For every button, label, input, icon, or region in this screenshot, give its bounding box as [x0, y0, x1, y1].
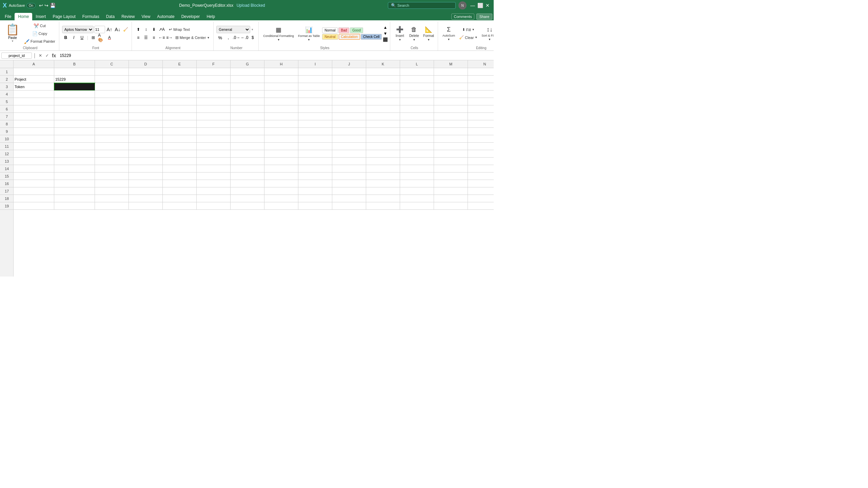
cell-K1[interactable] — [366, 68, 400, 76]
cell-I10[interactable] — [298, 135, 332, 143]
copy-button[interactable]: 📄 Copy — [22, 30, 57, 37]
cell-F14[interactable] — [197, 165, 231, 172]
cell-A1[interactable] — [14, 68, 54, 76]
cell-D11[interactable] — [129, 143, 163, 150]
cell-K11[interactable] — [366, 143, 400, 150]
cell-M9[interactable] — [434, 128, 468, 135]
cell-C16[interactable] — [95, 180, 129, 187]
col-header-L[interactable]: L — [400, 60, 434, 68]
cell-A13[interactable] — [14, 158, 54, 165]
cell-I8[interactable] — [298, 120, 332, 128]
style-calculation[interactable]: Calculation — [339, 34, 360, 40]
cell-E6[interactable] — [163, 105, 197, 113]
cell-A7[interactable] — [14, 113, 54, 120]
align-center-button[interactable]: ☰ — [142, 34, 150, 41]
cell-J14[interactable] — [332, 165, 366, 172]
row-header-7[interactable]: 7 — [0, 113, 14, 120]
cell-L12[interactable] — [400, 150, 434, 158]
clear-format-button[interactable]: 🧹 — [122, 26, 130, 33]
cell-M16[interactable] — [434, 180, 468, 187]
cell-N19[interactable] — [468, 202, 494, 210]
orientation-button[interactable]: ↗A — [158, 26, 165, 33]
cell-B19[interactable] — [54, 202, 95, 210]
percent-button[interactable]: % — [216, 34, 224, 41]
cell-I6[interactable] — [298, 105, 332, 113]
cell-K12[interactable] — [366, 150, 400, 158]
cell-I17[interactable] — [298, 187, 332, 195]
cell-H15[interactable] — [264, 172, 298, 180]
cell-N14[interactable] — [468, 165, 494, 172]
cell-G8[interactable] — [231, 120, 264, 128]
cell-C18[interactable] — [95, 195, 129, 202]
cell-M13[interactable] — [434, 158, 468, 165]
confirm-formula-button[interactable]: ✓ — [44, 53, 50, 59]
col-header-F[interactable]: F — [197, 60, 231, 68]
decrease-indent-button[interactable]: ←≡ — [158, 34, 165, 41]
col-header-D[interactable]: D — [129, 60, 163, 68]
cell-D6[interactable] — [129, 105, 163, 113]
cell-N16[interactable] — [468, 180, 494, 187]
search-input[interactable] — [397, 3, 448, 7]
formula-input[interactable] — [58, 53, 492, 58]
cell-K7[interactable] — [366, 113, 400, 120]
cell-H12[interactable] — [264, 150, 298, 158]
cell-F12[interactable] — [197, 150, 231, 158]
align-left-button[interactable]: ≡ — [135, 34, 142, 41]
row-header-4[interactable]: 4 — [0, 90, 14, 98]
cell-N1[interactable] — [468, 68, 494, 76]
cell-D17[interactable] — [129, 187, 163, 195]
cell-G3[interactable] — [231, 83, 264, 90]
cell-D15[interactable] — [129, 172, 163, 180]
col-header-J[interactable]: J — [332, 60, 366, 68]
cell-B15[interactable] — [54, 172, 95, 180]
cut-button[interactable]: ✂️ Cut — [22, 22, 57, 29]
cell-N4[interactable] — [468, 90, 494, 98]
cell-L1[interactable] — [400, 68, 434, 76]
cell-D2[interactable] — [129, 76, 163, 83]
cell-K17[interactable] — [366, 187, 400, 195]
cell-E18[interactable] — [163, 195, 197, 202]
cell-G18[interactable] — [231, 195, 264, 202]
cell-A4[interactable] — [14, 90, 54, 98]
cell-K16[interactable] — [366, 180, 400, 187]
row-header-9[interactable]: 9 — [0, 128, 14, 135]
comma-button[interactable]: , — [224, 34, 232, 41]
cell-I15[interactable] — [298, 172, 332, 180]
cell-A16[interactable] — [14, 180, 54, 187]
cell-D4[interactable] — [129, 90, 163, 98]
cell-I14[interactable] — [298, 165, 332, 172]
italic-button[interactable]: I — [70, 34, 78, 41]
cell-D18[interactable] — [129, 195, 163, 202]
cell-K18[interactable] — [366, 195, 400, 202]
cell-B18[interactable] — [54, 195, 95, 202]
cell-B2[interactable]: 15229 — [54, 76, 95, 83]
cell-M17[interactable] — [434, 187, 468, 195]
cell-C11[interactable] — [95, 143, 129, 150]
cell-G15[interactable] — [231, 172, 264, 180]
cell-M18[interactable] — [434, 195, 468, 202]
cell-G9[interactable] — [231, 128, 264, 135]
cell-A15[interactable] — [14, 172, 54, 180]
sort-filter-button[interactable]: ↕↓ Sort & Filter ▼ — [480, 24, 494, 43]
cell-M19[interactable] — [434, 202, 468, 210]
tab-view[interactable]: View — [138, 13, 154, 20]
cell-I11[interactable] — [298, 143, 332, 150]
cell-E16[interactable] — [163, 180, 197, 187]
cell-G19[interactable] — [231, 202, 264, 210]
search-box[interactable]: 🔍 — [388, 2, 456, 9]
autosum-button[interactable]: Σ AutoSum ▼ — [441, 24, 457, 43]
col-header-B[interactable]: B — [54, 60, 95, 68]
cell-M10[interactable] — [434, 135, 468, 143]
cell-J6[interactable] — [332, 105, 366, 113]
cell-L3[interactable] — [400, 83, 434, 90]
cell-L10[interactable] — [400, 135, 434, 143]
increase-decimal-button[interactable]: .0→ — [233, 34, 240, 41]
cell-E11[interactable] — [163, 143, 197, 150]
font-color-button[interactable]: A — [106, 34, 113, 41]
cell-K3[interactable] — [366, 83, 400, 90]
cell-E7[interactable] — [163, 113, 197, 120]
cell-L9[interactable] — [400, 128, 434, 135]
tab-formulas[interactable]: Formulas — [79, 13, 103, 20]
cell-F2[interactable] — [197, 76, 231, 83]
col-header-I[interactable]: I — [298, 60, 332, 68]
